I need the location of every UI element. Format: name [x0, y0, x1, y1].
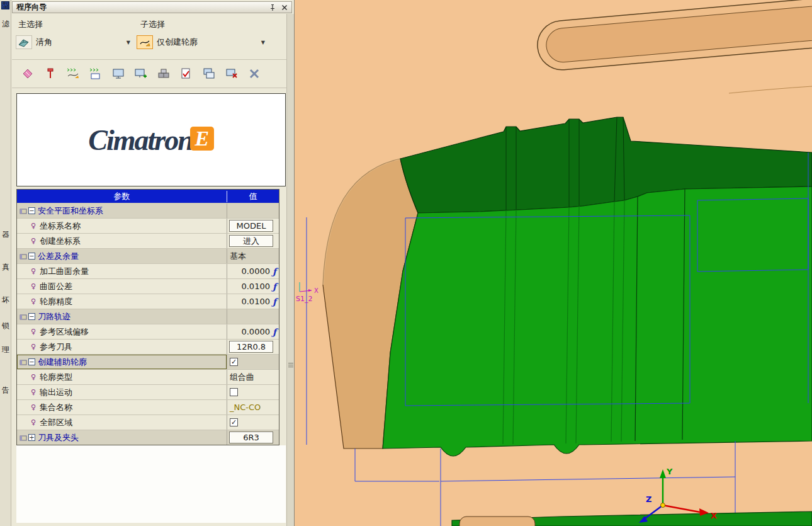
- side-tab[interactable]: 滤: [1, 19, 10, 30]
- param-label-cell: ♀ 轮廓精度: [17, 294, 227, 309]
- exit-wizard-icon[interactable]: [246, 66, 262, 82]
- side-tab[interactable]: 坏: [1, 295, 10, 306]
- function-flag-icon[interactable]: ƒ: [273, 327, 276, 337]
- value-text[interactable]: 组合曲: [230, 372, 254, 383]
- delete-procedure-icon[interactable]: [20, 66, 36, 82]
- group-label-cell[interactable]: − 创建辅助轮廓: [17, 355, 227, 369]
- parameter-icon: ♀: [31, 373, 36, 381]
- group-row[interactable]: − 刀路轨迹: [17, 309, 279, 324]
- collapse-toggle[interactable]: −: [28, 253, 35, 260]
- 3d-viewport[interactable]: X S1_2 Y X Z: [294, 0, 812, 526]
- param-row[interactable]: ♀ 轮廓精度 0.0100 ƒ: [17, 294, 279, 309]
- preview-model-icon[interactable]: [110, 66, 127, 82]
- value-number[interactable]: 0.0000: [241, 266, 270, 276]
- param-row[interactable]: ♀ 输出运动: [17, 384, 279, 399]
- param-row[interactable]: ♀ 参考刀具 12R0.8: [17, 339, 279, 354]
- panel-empty-area: [16, 445, 286, 523]
- value-field[interactable]: MODEL: [229, 220, 273, 232]
- param-row[interactable]: ♀ 加工曲面余量 0.0000 ƒ: [17, 263, 279, 278]
- param-row[interactable]: ♀ 坐标系名称 MODEL: [17, 218, 279, 233]
- verify-toolpath-icon[interactable]: [178, 66, 195, 82]
- param-row[interactable]: ♀ 集合名称 _NC-CO: [17, 399, 279, 415]
- parameter-icon: ♀: [31, 222, 36, 230]
- preview-add-icon[interactable]: [133, 66, 149, 82]
- checkbox[interactable]: ✓: [230, 358, 238, 366]
- group-icon: [20, 207, 27, 215]
- value-number[interactable]: 0.0100: [241, 282, 270, 291]
- main-select-combo[interactable]: 清角 ▼: [16, 34, 134, 50]
- side-tab[interactable]: 理: [1, 345, 10, 355]
- parameter-icon: ♀: [31, 343, 36, 351]
- remove-screen-icon[interactable]: [223, 66, 240, 82]
- param-row[interactable]: ♀ 全部区域 ✓: [17, 415, 279, 430]
- machine-setup-icon[interactable]: [155, 66, 172, 82]
- panel-resize-strip[interactable]: [286, 14, 294, 526]
- param-row[interactable]: ♀ 创建坐标系 进入: [17, 233, 279, 248]
- main-select-label: 主选择: [18, 19, 43, 30]
- param-value-cell: 0.0000 ƒ: [227, 264, 279, 278]
- param-row[interactable]: ♀ 轮廓类型 组合曲: [17, 369, 279, 384]
- sub-select-combo[interactable]: 仅创建轮廓 ▼: [137, 34, 269, 50]
- group-label-cell[interactable]: + 刀具及夹头: [17, 430, 227, 445]
- value-number[interactable]: 0.0100: [241, 297, 270, 306]
- dual-screens-icon[interactable]: [201, 66, 217, 82]
- side-tab[interactable]: 器: [1, 229, 10, 240]
- group-row[interactable]: + 刀具及夹头 6R3: [17, 430, 279, 445]
- set-name-field[interactable]: _NC-CO: [230, 403, 261, 412]
- group-label-cell[interactable]: − 刀路轨迹: [17, 309, 227, 324]
- create-contour-curves-icon[interactable]: [65, 66, 81, 82]
- group-row[interactable]: − 公差及余量 基本: [17, 248, 279, 263]
- value-column-header[interactable]: 值: [227, 191, 279, 202]
- side-tab[interactable]: 锁: [1, 321, 10, 331]
- param-column-header[interactable]: 参数: [17, 191, 227, 202]
- param-label: 集合名称: [40, 402, 72, 413]
- enter-button[interactable]: 进入: [229, 235, 273, 247]
- chevron-down-icon[interactable]: ▼: [261, 40, 265, 45]
- side-tab[interactable]: 真: [1, 262, 10, 273]
- group-value-cell[interactable]: 基本: [227, 249, 279, 263]
- param-label-cell: ♀ 集合名称: [17, 400, 227, 415]
- collapse-toggle[interactable]: −: [28, 313, 35, 320]
- panel-title: 程序向导: [13, 2, 47, 13]
- function-flag-icon[interactable]: ƒ: [273, 266, 276, 277]
- param-value-cell: 0.0000 ƒ: [227, 324, 279, 339]
- model-canvas[interactable]: X S1_2 Y X Z: [295, 0, 812, 526]
- group-value-cell: ✓: [227, 355, 279, 369]
- checkbox[interactable]: [230, 388, 238, 396]
- check-mark: ✓: [231, 358, 237, 365]
- group-label-cell[interactable]: − 安全平面和坐标系: [17, 203, 227, 218]
- close-icon[interactable]: [279, 3, 290, 12]
- tool-button[interactable]: 6R3: [229, 432, 273, 443]
- group-icon: [20, 253, 27, 260]
- group-row[interactable]: − 创建辅助轮廓 ✓: [17, 354, 279, 369]
- create-profile-icon[interactable]: [87, 66, 104, 82]
- param-label: 参考区域偏移: [40, 326, 89, 338]
- param-row[interactable]: ♀ 曲面公差 0.0100 ƒ: [17, 278, 279, 294]
- param-value-cell: MODEL: [227, 219, 279, 233]
- param-label-cell: ♀ 轮廓类型: [17, 370, 227, 384]
- panel-titlebar[interactable]: 程序向导: [12, 1, 292, 13]
- value-number[interactable]: 0.0000: [241, 327, 270, 336]
- reference-tool-field[interactable]: 12R0.8: [229, 341, 273, 353]
- collapse-toggle[interactable]: −: [28, 358, 35, 365]
- group-label: 公差及余量: [38, 251, 79, 262]
- function-flag-icon[interactable]: ƒ: [273, 297, 276, 307]
- value-text[interactable]: 基本: [230, 251, 246, 262]
- pin-icon[interactable]: [268, 3, 278, 12]
- splitter-grip-icon[interactable]: [288, 363, 293, 363]
- param-value-cell: ✓: [227, 415, 279, 430]
- model-front-face[interactable]: [383, 186, 812, 456]
- group-label: 刀具及夹头: [38, 432, 79, 443]
- group-label-cell[interactable]: − 公差及余量: [17, 249, 227, 263]
- side-tab[interactable]: 型: [1, 0, 10, 11]
- side-tab[interactable]: 告: [1, 385, 10, 396]
- function-flag-icon[interactable]: ƒ: [273, 282, 276, 292]
- param-value-cell: 0.0100 ƒ: [227, 279, 279, 294]
- chevron-down-icon[interactable]: ▼: [127, 40, 130, 45]
- collapse-toggle[interactable]: −: [28, 207, 35, 214]
- checkbox[interactable]: ✓: [230, 418, 238, 426]
- param-row[interactable]: ♀ 参考区域偏移 0.0000 ƒ: [17, 324, 279, 339]
- group-row[interactable]: − 安全平面和坐标系: [17, 203, 279, 218]
- pin-template-icon[interactable]: [42, 66, 59, 82]
- expand-toggle[interactable]: +: [28, 434, 35, 441]
